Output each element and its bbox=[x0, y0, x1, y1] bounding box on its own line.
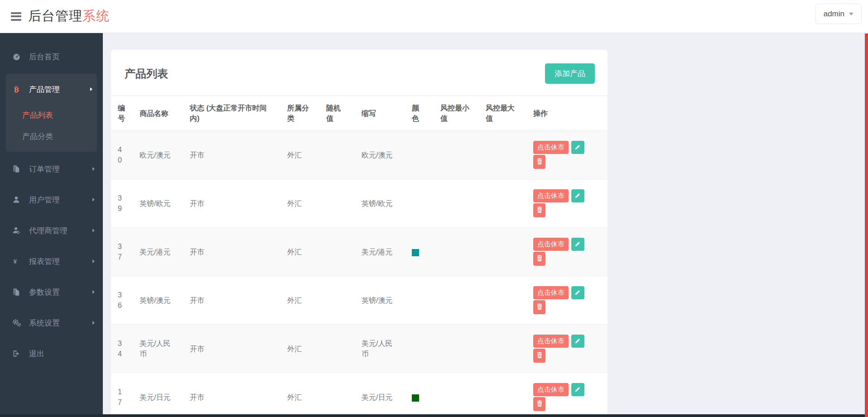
sidebar: 后台首页B产品管理产品列表产品分类订单管理用户管理代理商管理¥报表管理参数设置系… bbox=[0, 33, 103, 417]
chevron-right-icon bbox=[92, 321, 95, 325]
table-body: 40欧元/澳元开市外汇欧元/澳元点击休市39英镑/欧元开市外汇英镑/欧元点击休市… bbox=[111, 131, 608, 417]
table-row: 17美元/日元开市外汇美元/日元点击休市 bbox=[111, 373, 608, 417]
agent-icon bbox=[12, 226, 24, 235]
close-market-button[interactable]: 点击休市 bbox=[533, 141, 569, 154]
bottom-strip bbox=[0, 414, 868, 417]
delete-button[interactable] bbox=[533, 397, 545, 411]
cell-actions: 点击休市 bbox=[526, 325, 608, 373]
cell-random bbox=[319, 276, 355, 325]
user-icon bbox=[12, 196, 24, 204]
product-list-card: 产品列表 添加产品 编号商品名称状态 (大盘正常开市时间内)所属分类随机值缩写颜… bbox=[111, 50, 608, 417]
column-header: 所属分类 bbox=[280, 96, 319, 131]
edit-button[interactable] bbox=[571, 286, 584, 299]
column-header: 缩写 bbox=[355, 96, 405, 131]
caret-down-icon bbox=[849, 13, 854, 15]
delete-button[interactable] bbox=[533, 349, 545, 363]
chevron-right-icon bbox=[92, 198, 95, 201]
chevron-right-icon bbox=[90, 87, 92, 91]
table-header-row: 编号商品名称状态 (大盘正常开市时间内)所属分类随机值缩写颜色风控最小值风控最大… bbox=[111, 96, 608, 131]
top-bar: 后台管理系统 admin bbox=[0, 0, 868, 33]
sidebar-item[interactable]: ¥报表管理 bbox=[0, 246, 103, 277]
cell-category: 外汇 bbox=[280, 373, 319, 417]
cell-actions: 点击休市 bbox=[526, 276, 608, 325]
cell-category: 外汇 bbox=[280, 276, 319, 325]
cell-id: 17 bbox=[111, 373, 133, 417]
sidebar-subitem[interactable]: 产品分类 bbox=[6, 126, 97, 147]
hamburger-menu-icon[interactable] bbox=[11, 10, 21, 22]
close-market-button[interactable]: 点击休市 bbox=[533, 335, 569, 348]
sidebar-item[interactable]: 后台首页 bbox=[0, 41, 103, 72]
column-header: 商品名称 bbox=[133, 96, 183, 131]
cell-risk-min bbox=[434, 325, 479, 373]
sidebar-item-label: 报表管理 bbox=[29, 256, 92, 267]
column-header: 颜色 bbox=[405, 96, 434, 131]
close-market-button[interactable]: 点击休市 bbox=[533, 189, 569, 202]
user-menu[interactable]: admin bbox=[815, 4, 862, 24]
pencil-icon bbox=[575, 289, 581, 297]
cell-random bbox=[319, 325, 355, 373]
edit-button[interactable] bbox=[571, 189, 584, 202]
sidebar-item-label: 代理商管理 bbox=[29, 225, 92, 236]
close-market-button[interactable]: 点击休市 bbox=[533, 383, 569, 396]
chevron-right-icon bbox=[92, 259, 95, 263]
cell-random bbox=[319, 228, 355, 276]
delete-button[interactable] bbox=[533, 300, 545, 314]
svg-text:B: B bbox=[14, 86, 19, 93]
trash-icon bbox=[537, 400, 542, 408]
add-product-button[interactable]: 添加产品 bbox=[545, 63, 595, 84]
cell-actions: 点击休市 bbox=[526, 228, 608, 276]
delete-button[interactable] bbox=[533, 155, 545, 169]
cell-risk-min bbox=[434, 276, 479, 325]
cell-random bbox=[319, 179, 355, 228]
cell-name: 英镑/澳元 bbox=[133, 276, 183, 325]
cell-actions: 点击休市 bbox=[526, 179, 608, 228]
cell-risk-min bbox=[434, 228, 479, 276]
main-content: 产品列表 添加产品 编号商品名称状态 (大盘正常开市时间内)所属分类随机值缩写颜… bbox=[103, 33, 868, 417]
cell-color bbox=[405, 373, 434, 417]
sidebar-item-label: 后台首页 bbox=[29, 52, 95, 62]
sidebar-item[interactable]: 代理商管理 bbox=[0, 215, 103, 246]
cell-name: 美元/港元 bbox=[133, 228, 183, 276]
edit-button[interactable] bbox=[571, 383, 584, 396]
vertical-scrollbar[interactable] bbox=[865, 34, 868, 417]
edit-button[interactable] bbox=[571, 141, 584, 154]
sidebar-item[interactable]: 参数设置 bbox=[0, 277, 103, 307]
sidebar-menu: 后台首页B产品管理产品列表产品分类订单管理用户管理代理商管理¥报表管理参数设置系… bbox=[0, 41, 103, 369]
cell-risk-max bbox=[479, 131, 526, 179]
cell-id: 39 bbox=[111, 179, 133, 228]
close-market-button[interactable]: 点击休市 bbox=[533, 286, 569, 299]
delete-button[interactable] bbox=[533, 252, 545, 266]
cell-abbr: 美元/日元 bbox=[355, 373, 405, 417]
delete-button[interactable] bbox=[533, 203, 545, 217]
app-title-accent: 系统 bbox=[82, 9, 110, 23]
pencil-icon bbox=[575, 144, 581, 151]
cell-abbr: 欧元/澳元 bbox=[355, 131, 405, 179]
sidebar-item[interactable]: B产品管理 bbox=[6, 74, 97, 105]
table-row: 39英镑/欧元开市外汇英镑/欧元点击休市 bbox=[111, 179, 608, 228]
sidebar-subitem[interactable]: 产品列表 bbox=[6, 105, 97, 126]
app-title: 后台管理系统 bbox=[28, 7, 110, 25]
pencil-icon bbox=[575, 338, 581, 345]
sidebar-group: B产品管理产品列表产品分类 bbox=[6, 74, 97, 152]
close-market-button[interactable]: 点击休市 bbox=[533, 238, 569, 251]
cell-risk-min bbox=[434, 179, 479, 228]
sidebar-item[interactable]: 订单管理 bbox=[0, 153, 103, 184]
cell-risk-max bbox=[479, 373, 526, 417]
cell-id: 34 bbox=[111, 325, 133, 373]
logout-icon bbox=[12, 350, 24, 358]
cell-category: 外汇 bbox=[280, 179, 319, 228]
sidebar-item-label: 参数设置 bbox=[29, 287, 92, 297]
yen-icon: ¥ bbox=[12, 257, 24, 265]
edit-button[interactable] bbox=[571, 335, 584, 348]
trash-icon bbox=[537, 255, 542, 263]
cell-id: 37 bbox=[111, 228, 133, 276]
cell-color bbox=[405, 131, 434, 179]
sidebar-item[interactable]: 退出 bbox=[0, 338, 103, 369]
cell-color bbox=[405, 228, 434, 276]
sidebar-item[interactable]: 系统设置 bbox=[0, 307, 103, 338]
cell-abbr: 美元/港元 bbox=[355, 228, 405, 276]
edit-button[interactable] bbox=[571, 238, 584, 251]
sidebar-item[interactable]: 用户管理 bbox=[0, 184, 103, 215]
chevron-right-icon bbox=[92, 229, 95, 232]
card-header: 产品列表 添加产品 bbox=[111, 50, 608, 96]
